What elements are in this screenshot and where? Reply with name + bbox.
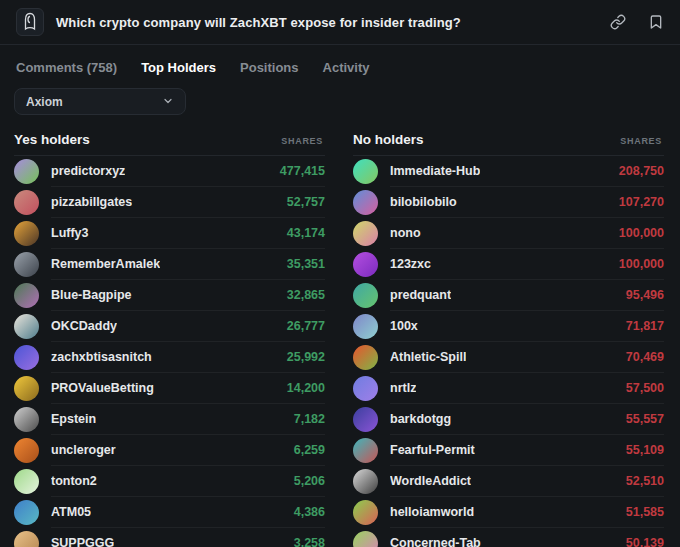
holder-name: Blue-Bagpipe xyxy=(51,288,132,302)
holder-row[interactable]: 123zxc100,000 xyxy=(353,249,664,280)
holder-row[interactable]: OKCDaddy26,777 xyxy=(14,311,325,342)
holder-avatar xyxy=(353,376,378,401)
market-filter-dropdown[interactable]: Axiom xyxy=(14,88,186,115)
holder-avatar xyxy=(14,345,39,370)
holder-shares: 70,469 xyxy=(626,350,664,364)
holder-avatar xyxy=(14,252,39,277)
holder-name: Luffy3 xyxy=(51,226,89,240)
holder-name: OKCDaddy xyxy=(51,319,117,333)
holder-shares: 107,270 xyxy=(619,195,664,209)
holder-shares: 4,386 xyxy=(294,505,325,519)
holder-name: Athletic-Spill xyxy=(390,350,466,364)
holder-row[interactable]: 100x71,817 xyxy=(353,311,664,342)
holder-shares: 7,182 xyxy=(294,412,325,426)
holder-row[interactable]: uncleroger6,259 xyxy=(14,435,325,466)
holder-shares: 14,200 xyxy=(287,381,325,395)
holder-row[interactable]: RememberAmalek35,351 xyxy=(14,249,325,280)
tab-positions[interactable]: Positions xyxy=(240,60,299,75)
holder-avatar xyxy=(14,159,39,184)
holder-row-main: 123zxc100,000 xyxy=(390,249,664,280)
holder-row-main: Luffy343,174 xyxy=(51,218,325,249)
holder-shares: 35,351 xyxy=(287,257,325,271)
holder-name: barkdotgg xyxy=(390,412,451,426)
holder-row-main: RememberAmalek35,351 xyxy=(51,249,325,280)
holder-shares: 51,585 xyxy=(626,505,664,519)
holder-name: 100x xyxy=(390,319,418,333)
holder-avatar xyxy=(353,438,378,463)
column-header: Yes holders SHARES xyxy=(14,128,325,156)
holder-avatar xyxy=(14,190,39,215)
holder-row-main: predquant95,496 xyxy=(390,280,664,311)
holder-name: predquant xyxy=(390,288,451,302)
holder-name: nrtlz xyxy=(390,381,416,395)
holder-avatar xyxy=(353,469,378,494)
hooded-figure-icon xyxy=(22,12,38,32)
holder-row[interactable]: WordleAddict52,510 xyxy=(353,466,664,497)
tab-comments-758[interactable]: Comments (758) xyxy=(16,60,117,75)
yes-holders-list: predictorxyz477,415pizzabillgates52,757L… xyxy=(14,156,325,547)
holder-row[interactable]: nrtlz57,500 xyxy=(353,373,664,404)
holder-row[interactable]: ATM054,386 xyxy=(14,497,325,528)
holder-avatar xyxy=(14,500,39,525)
column-header: No holders SHARES xyxy=(353,128,664,156)
holder-row[interactable]: Athletic-Spill70,469 xyxy=(353,342,664,373)
holder-row-main: bilobilobilo107,270 xyxy=(390,187,664,218)
holder-name: bilobilobilo xyxy=(390,195,457,209)
holders-panel: Yes holders SHARES predictorxyz477,415pi… xyxy=(0,115,680,547)
holder-avatar xyxy=(14,283,39,308)
holder-row[interactable]: nono100,000 xyxy=(353,218,664,249)
holder-row[interactable]: bilobilobilo107,270 xyxy=(353,187,664,218)
link-icon[interactable] xyxy=(610,14,626,30)
holder-row[interactable]: helloiamworld51,585 xyxy=(353,497,664,528)
holder-row[interactable]: zachxbtisasnitch25,992 xyxy=(14,342,325,373)
holder-row[interactable]: PROValueBetting14,200 xyxy=(14,373,325,404)
holder-row[interactable]: predictorxyz477,415 xyxy=(14,156,325,187)
no-holders-list: Immediate-Hub208,750bilobilobilo107,270n… xyxy=(353,156,664,547)
holder-shares: 95,496 xyxy=(626,288,664,302)
holder-name: nono xyxy=(390,226,421,240)
tab-top-holders[interactable]: Top Holders xyxy=(141,60,216,75)
holder-row[interactable]: Blue-Bagpipe32,865 xyxy=(14,280,325,311)
holder-row[interactable]: Epstein7,182 xyxy=(14,404,325,435)
bookmark-icon[interactable] xyxy=(648,14,664,30)
holder-row[interactable]: Immediate-Hub208,750 xyxy=(353,156,664,187)
holder-shares: 25,992 xyxy=(287,350,325,364)
holder-avatar xyxy=(14,221,39,246)
holder-name: Concerned-Tab xyxy=(390,536,481,547)
holder-row[interactable]: pizzabillgates52,757 xyxy=(14,187,325,218)
holder-row-main: uncleroger6,259 xyxy=(51,435,325,466)
market-title: Which crypto company will ZachXBT expose… xyxy=(56,15,461,30)
holder-row[interactable]: Fearful-Permit55,109 xyxy=(353,435,664,466)
holder-row[interactable]: barkdotgg55,557 xyxy=(353,404,664,435)
holder-row[interactable]: tonton25,206 xyxy=(14,466,325,497)
holder-row[interactable]: Luffy343,174 xyxy=(14,218,325,249)
market-header: Which crypto company will ZachXBT expose… xyxy=(0,0,680,45)
holder-row-main: pizzabillgates52,757 xyxy=(51,187,325,218)
holder-shares: 100,000 xyxy=(619,226,664,240)
holder-name: uncleroger xyxy=(51,443,116,457)
holder-name: SUPPGGG xyxy=(51,536,114,547)
holder-shares: 208,750 xyxy=(619,164,664,178)
holder-avatar xyxy=(14,314,39,339)
holder-row-main: nono100,000 xyxy=(390,218,664,249)
holder-row-main: Athletic-Spill70,469 xyxy=(390,342,664,373)
holder-row[interactable]: Concerned-Tab50,139 xyxy=(353,528,664,547)
holder-row-main: 100x71,817 xyxy=(390,311,664,342)
holder-avatar xyxy=(353,190,378,215)
holder-avatar xyxy=(353,500,378,525)
holder-avatar xyxy=(14,407,39,432)
holder-row-main: Immediate-Hub208,750 xyxy=(390,156,664,187)
tab-activity[interactable]: Activity xyxy=(323,60,370,75)
holder-row-main: ATM054,386 xyxy=(51,497,325,528)
holder-row-main: zachxbtisasnitch25,992 xyxy=(51,342,325,373)
holder-shares: 52,510 xyxy=(626,474,664,488)
holder-row-main: Concerned-Tab50,139 xyxy=(390,528,664,547)
holder-avatar xyxy=(353,159,378,184)
holder-row[interactable]: predquant95,496 xyxy=(353,280,664,311)
holder-name: WordleAddict xyxy=(390,474,471,488)
holder-shares: 43,174 xyxy=(287,226,325,240)
holder-name: Immediate-Hub xyxy=(390,164,480,178)
holder-row[interactable]: SUPPGGG3,258 xyxy=(14,528,325,547)
holder-row-main: PROValueBetting14,200 xyxy=(51,373,325,404)
holder-row-main: tonton25,206 xyxy=(51,466,325,497)
